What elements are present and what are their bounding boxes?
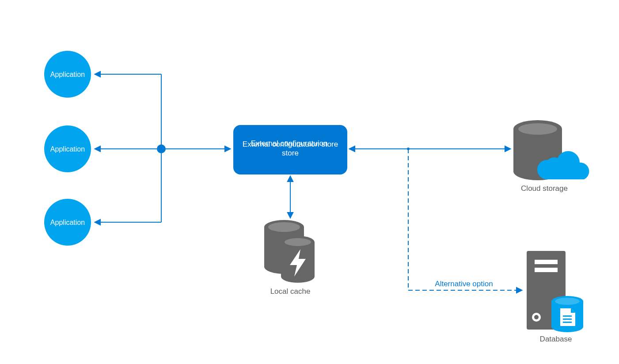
database-node (527, 251, 583, 332)
alt-option-label: Alternative option (435, 280, 493, 288)
cloud-storage-label: Cloud storage (521, 184, 568, 193)
svg-point-22 (518, 123, 557, 135)
application-node-2: Application (44, 125, 91, 172)
svg-point-32 (555, 298, 580, 305)
svg-rect-33 (563, 315, 572, 317)
junction-lines (95, 74, 166, 222)
app-label-2: Application (50, 145, 85, 153)
config-store-node: External configuratuion store External c… (233, 125, 347, 174)
local-cache-node (264, 220, 315, 283)
app-label-1: Application (50, 71, 85, 78)
svg-point-14 (268, 222, 300, 232)
svg-point-17 (281, 270, 315, 283)
database-label: Database (540, 335, 572, 343)
edge-alternative-option (407, 148, 522, 290)
svg-rect-34 (563, 318, 572, 320)
application-node-3: Application (44, 199, 91, 246)
svg-point-18 (285, 238, 311, 246)
local-cache-label: Local cache (270, 287, 311, 296)
application-node-1: Application (44, 51, 91, 98)
svg-rect-25 (535, 260, 558, 264)
svg-rect-26 (535, 268, 558, 272)
svg-point-23 (407, 148, 410, 150)
svg-rect-35 (563, 322, 572, 323)
cloud-storage-node (513, 120, 589, 180)
svg-point-28 (534, 315, 539, 319)
app-label-3: Application (50, 219, 85, 226)
